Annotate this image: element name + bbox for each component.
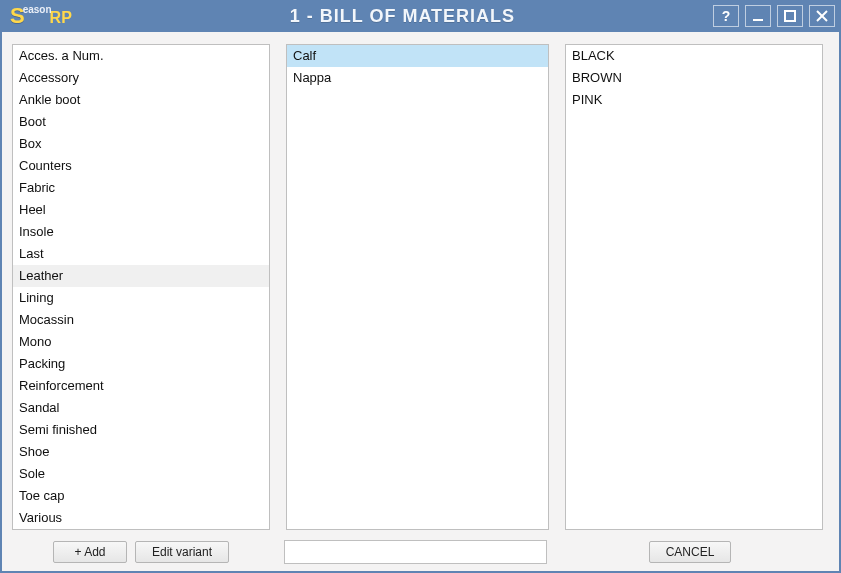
- list-item[interactable]: Last: [13, 243, 269, 265]
- list-item[interactable]: Sole: [13, 463, 269, 485]
- footer-right: CANCEL: [561, 541, 819, 563]
- list-item[interactable]: Box: [13, 133, 269, 155]
- category-list[interactable]: Acces. a Num.AccessoryAnkle bootBootBoxC…: [12, 44, 270, 530]
- list-item[interactable]: Sandal: [13, 397, 269, 419]
- logo-small-text: eason: [23, 4, 52, 15]
- filter-input[interactable]: [284, 540, 547, 564]
- cancel-button[interactable]: CANCEL: [649, 541, 732, 563]
- list-item[interactable]: Acces. a Num.: [13, 45, 269, 67]
- list-item[interactable]: Toe cap: [13, 485, 269, 507]
- list-item[interactable]: Mocassin: [13, 309, 269, 331]
- list-item[interactable]: Leather: [13, 265, 269, 287]
- list-item[interactable]: Nappa: [287, 67, 548, 89]
- list-item[interactable]: Ankle boot: [13, 89, 269, 111]
- minimize-button[interactable]: [745, 5, 771, 27]
- list-item[interactable]: Mono: [13, 331, 269, 353]
- close-icon: [815, 9, 829, 23]
- close-button[interactable]: [809, 5, 835, 27]
- logo-suffix: RP: [50, 9, 72, 27]
- list-item[interactable]: Heel: [13, 199, 269, 221]
- footer-mid: [284, 540, 547, 564]
- svg-rect-1: [785, 11, 795, 21]
- list-item[interactable]: Reinforcement: [13, 375, 269, 397]
- list-item[interactable]: Lining: [13, 287, 269, 309]
- list-item[interactable]: BROWN: [566, 67, 822, 89]
- maximize-icon: [783, 9, 797, 23]
- material-list[interactable]: CalfNappa: [286, 44, 549, 530]
- list-item[interactable]: Fabric: [13, 177, 269, 199]
- list-item[interactable]: Accessory: [13, 67, 269, 89]
- list-item[interactable]: Boot: [13, 111, 269, 133]
- footer-left: + Add Edit variant: [12, 541, 270, 563]
- list-item[interactable]: Packing: [13, 353, 269, 375]
- window-controls: ?: [713, 5, 835, 27]
- window-title: 1 - BILL OF MATERIALS: [92, 6, 713, 27]
- list-item[interactable]: Various: [13, 507, 269, 529]
- list-item[interactable]: Insole: [13, 221, 269, 243]
- footer: + Add Edit variant CANCEL: [12, 530, 829, 566]
- help-button[interactable]: ?: [713, 5, 739, 27]
- maximize-button[interactable]: [777, 5, 803, 27]
- list-item[interactable]: Calf: [287, 45, 548, 67]
- add-button[interactable]: + Add: [53, 541, 127, 563]
- minimize-icon: [751, 9, 765, 23]
- help-icon: ?: [722, 8, 731, 24]
- list-item[interactable]: Counters: [13, 155, 269, 177]
- list-item[interactable]: PINK: [566, 89, 822, 111]
- title-bar: S eason RP 1 - BILL OF MATERIALS ?: [0, 0, 841, 32]
- list-item[interactable]: Shoe: [13, 441, 269, 463]
- list-item[interactable]: BLACK: [566, 45, 822, 67]
- client-area: Acces. a Num.AccessoryAnkle bootBootBoxC…: [0, 32, 841, 573]
- list-item[interactable]: Semi finished: [13, 419, 269, 441]
- color-list[interactable]: BLACKBROWNPINK: [565, 44, 823, 530]
- edit-variant-button[interactable]: Edit variant: [135, 541, 229, 563]
- columns: Acces. a Num.AccessoryAnkle bootBootBoxC…: [12, 44, 829, 530]
- app-logo: S eason RP: [10, 5, 72, 27]
